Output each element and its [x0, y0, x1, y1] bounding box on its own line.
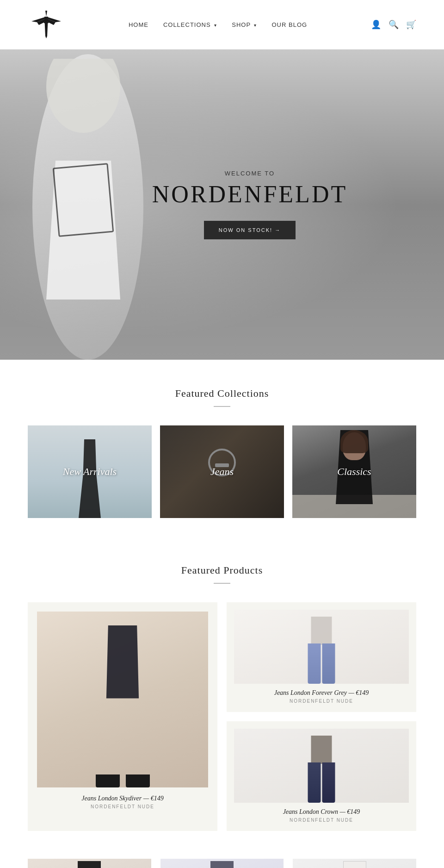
product-name-crown: Jeans London Crown — €149 [283, 808, 360, 816]
right-leg-dark [322, 762, 335, 803]
featured-collections-section: Featured Collections New Arrivals [0, 360, 444, 541]
nav-item-shop[interactable]: SHOP ▾ [232, 20, 257, 29]
bottom-figure-1 [78, 861, 101, 868]
nav-link-blog[interactable]: OUR BLOG [271, 21, 307, 28]
cart-icon[interactable]: 🛒 [406, 19, 416, 30]
hero-welcome-text: WELCOME TO [152, 170, 347, 177]
products-divider [214, 583, 230, 584]
logo[interactable] [28, 8, 65, 41]
bottom-top-3 [343, 861, 366, 868]
product-vendor-skydiver: NORDENFELDT NUDE [91, 804, 154, 809]
top-garment [105, 625, 141, 699]
bottom-card-2[interactable] [160, 859, 284, 868]
hero-content: WELCOME TO NORDENFELDT NOW ON STOCK! → [152, 170, 347, 239]
collection-label-jeans: Jeans [160, 425, 284, 518]
featured-products-section: Featured Products Je [0, 541, 444, 859]
top-small [311, 617, 332, 645]
collection-card-jeans[interactable]: Jeans [160, 425, 284, 518]
dark-jeans-small-figure [307, 736, 337, 803]
svg-marker-3 [45, 11, 47, 17]
shop-dropdown-arrow: ▾ [254, 23, 257, 28]
bottom-products-row [0, 859, 444, 868]
hero-cta-button[interactable]: NOW ON STOCK! → [204, 221, 296, 239]
product-name-forever-grey: Jeans London Forever Grey — €149 [274, 689, 369, 697]
collection-card-classics[interactable]: Classics [292, 425, 416, 518]
hero-harness [53, 163, 114, 237]
products-grid: Jeans London Skydiver — €149 NORDENFELDT… [28, 602, 416, 831]
nav-links: HOME COLLECTIONS ▾ SHOP ▾ OUR BLOG [129, 20, 307, 29]
svg-rect-4 [44, 22, 49, 23]
nav-link-home[interactable]: HOME [129, 21, 148, 28]
nav-item-home[interactable]: HOME [129, 20, 148, 29]
product-card-skydiver[interactable]: Jeans London Skydiver — €149 NORDENFELDT… [28, 602, 217, 831]
right-leg [123, 695, 150, 788]
collection-label-new-arrivals: New Arrivals [28, 425, 152, 518]
product-vendor-forever-grey: NORDENFELDT NUDE [290, 699, 353, 704]
search-icon[interactable]: 🔍 [388, 19, 399, 30]
hero-title: NORDENFELDT [152, 181, 347, 208]
product-cards-right: Jeans London Forever Grey — €149 NORDENF… [227, 602, 416, 831]
svg-marker-2 [44, 17, 48, 38]
product-image-crown [234, 729, 409, 803]
nav-icon-group: 👤 🔍 🛒 [371, 19, 416, 30]
jeans-small-figure [307, 617, 337, 684]
collections-grid: New Arrivals Jeans [28, 425, 416, 518]
collections-divider [214, 406, 230, 407]
collection-card-new-arrivals[interactable]: New Arrivals [28, 425, 152, 518]
left-shoe [96, 774, 120, 787]
collection-label-classics: Classics [292, 425, 416, 518]
product-image-forever-grey [234, 610, 409, 684]
product-vendor-crown: NORDENFELDT NUDE [290, 818, 353, 823]
product-card-crown[interactable]: Jeans London Crown — €149 NORDENFELDT NU… [227, 721, 416, 831]
left-leg [96, 695, 123, 788]
product-image-skydiver [37, 612, 208, 787]
left-leg-dark [308, 762, 321, 803]
right-leg-small [322, 643, 335, 684]
product-card-forever-grey[interactable]: Jeans London Forever Grey — €149 NORDENF… [227, 602, 416, 712]
nav-link-collections[interactable]: COLLECTIONS ▾ [163, 21, 217, 28]
bottom-card-1[interactable] [28, 859, 151, 868]
nav-item-blog[interactable]: OUR BLOG [271, 20, 307, 29]
bottom-figure-3 [343, 861, 366, 868]
hero-figure-area [0, 50, 166, 360]
featured-collections-title: Featured Collections [28, 387, 416, 400]
featured-products-title: Featured Products [28, 564, 416, 576]
left-leg-small [308, 643, 321, 684]
jeans-figure-large [92, 625, 153, 787]
hero-section: WELCOME TO NORDENFELDT NOW ON STOCK! → [0, 50, 444, 360]
nav-link-shop[interactable]: SHOP ▾ [232, 21, 257, 28]
bottom-card-3[interactable] [293, 859, 416, 868]
nav-item-collections[interactable]: COLLECTIONS ▾ [163, 20, 217, 29]
collections-dropdown-arrow: ▾ [214, 23, 217, 28]
right-shoe [126, 774, 150, 787]
product-name-skydiver: Jeans London Skydiver — €149 [81, 795, 163, 802]
user-icon[interactable]: 👤 [371, 19, 381, 30]
top-small-dark [311, 736, 332, 764]
bottom-top-1 [78, 861, 101, 868]
bottom-top-2 [210, 861, 234, 868]
bottom-figure-2 [210, 861, 234, 868]
navbar: HOME COLLECTIONS ▾ SHOP ▾ OUR BLOG 👤 🔍 🛒 [0, 0, 444, 50]
